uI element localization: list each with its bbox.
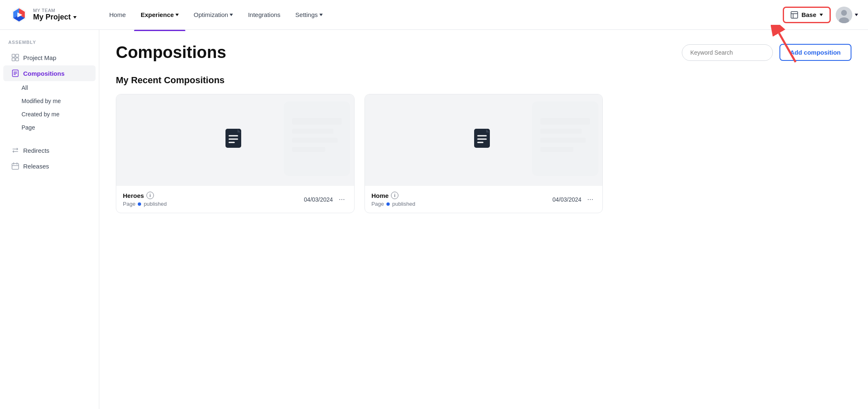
header-right: Base — [783, 7, 858, 23]
card-bg-icon — [280, 97, 354, 185]
svg-rect-16 — [16, 58, 19, 61]
logo-icon — [10, 6, 28, 24]
nav-experience[interactable]: Experience — [134, 8, 185, 22]
sidebar-sub-created[interactable]: Created by me — [3, 108, 96, 121]
heroes-info-icon[interactable]: i — [146, 192, 154, 199]
card-preview-home — [365, 94, 603, 185]
sidebar-item-releases[interactable]: Releases — [3, 158, 96, 174]
svg-rect-15 — [12, 58, 15, 61]
header: MY TEAM My Project Home Experience Optim… — [0, 0, 868, 30]
sidebar-item-compositions[interactable]: Compositions — [3, 65, 96, 81]
avatar-area[interactable] — [836, 7, 858, 23]
page-header: Compositions Add composition — [116, 43, 851, 62]
app-layout: ASSEMBLY Project Map Compositions All — [0, 30, 868, 409]
composition-card-heroes[interactable]: Heroes i Page published 04/03/2024 ··· — [116, 94, 355, 213]
sidebar-item-redirects[interactable]: Redirects — [3, 142, 96, 158]
project-name[interactable]: My Project — [33, 13, 77, 22]
sidebar-sub-all[interactable]: All — [3, 81, 96, 94]
card-info-home: Home i Page published — [372, 192, 415, 207]
svg-rect-39 — [540, 129, 582, 134]
svg-point-10 — [841, 10, 847, 16]
team-label: MY TEAM — [33, 8, 77, 13]
composition-card-home[interactable]: Home i Page published 04/03/2024 ··· — [364, 94, 603, 213]
card-date-home: 04/03/2024 ··· — [552, 194, 596, 204]
project-chevron — [73, 16, 77, 19]
optimization-chevron — [230, 14, 233, 16]
nav-integrations[interactable]: Integrations — [241, 8, 287, 22]
logo-area: MY TEAM My Project — [10, 6, 93, 24]
svg-rect-30 — [292, 138, 338, 143]
svg-rect-41 — [540, 147, 573, 152]
sidebar-sub-page[interactable]: Page — [3, 121, 96, 134]
env-button[interactable]: Base — [783, 7, 831, 23]
main-content: Compositions Add composition My Recent C… — [99, 30, 868, 409]
card-bg-icon-home — [528, 97, 602, 185]
section-title: My Recent Compositions — [116, 75, 851, 86]
svg-rect-21 — [12, 164, 19, 169]
card-name-heroes: Heroes i — [123, 192, 167, 199]
card-info-heroes: Heroes i Page published — [123, 192, 167, 207]
compositions-icon — [12, 70, 19, 77]
svg-rect-31 — [292, 147, 325, 152]
card-doc-icon-home — [471, 128, 496, 152]
card-meta-heroes: Page published — [123, 201, 167, 207]
card-meta-home: Page published — [372, 201, 415, 207]
card-name-home: Home i — [372, 192, 415, 199]
home-more-button[interactable]: ··· — [585, 194, 596, 204]
project-map-icon — [12, 54, 19, 61]
card-date-heroes: 04/03/2024 ··· — [304, 194, 348, 204]
card-footer-home: Home i Page published 04/03/2024 ··· — [365, 185, 603, 213]
svg-rect-6 — [791, 12, 798, 18]
card-preview-heroes — [116, 94, 354, 185]
settings-chevron — [319, 14, 323, 16]
add-composition-button[interactable]: Add composition — [779, 44, 852, 61]
sidebar: ASSEMBLY Project Map Compositions All — [0, 30, 99, 409]
svg-rect-29 — [292, 129, 333, 134]
svg-rect-28 — [292, 118, 342, 125]
releases-icon — [12, 162, 19, 170]
logo-text: MY TEAM My Project — [33, 8, 77, 22]
nav-optimization[interactable]: Optimization — [187, 8, 240, 22]
heroes-more-button[interactable]: ··· — [336, 194, 348, 204]
svg-rect-38 — [540, 118, 590, 125]
main-nav: Home Experience Optimization Integration… — [93, 8, 783, 22]
sidebar-section-label: ASSEMBLY — [0, 40, 99, 50]
redirects-icon — [12, 147, 19, 154]
nav-settings[interactable]: Settings — [289, 8, 329, 22]
search-input[interactable] — [691, 49, 763, 56]
card-footer-heroes: Heroes i Page published 04/03/2024 ··· — [116, 185, 354, 213]
env-icon — [791, 11, 798, 19]
avatar-chevron — [855, 14, 858, 16]
compositions-grid: Heroes i Page published 04/03/2024 ··· — [116, 94, 851, 213]
search-box[interactable] — [682, 44, 773, 61]
card-doc-icon-heroes — [223, 128, 247, 152]
experience-chevron — [175, 14, 179, 16]
svg-rect-40 — [540, 138, 586, 143]
page-header-right: Add composition — [682, 44, 852, 61]
nav-home[interactable]: Home — [103, 8, 132, 22]
home-status-dot — [386, 202, 390, 206]
env-chevron — [820, 14, 823, 16]
sidebar-sub-modified[interactable]: Modified by me — [3, 94, 96, 108]
sidebar-item-project-map[interactable]: Project Map — [3, 50, 96, 65]
page-title: Compositions — [116, 43, 226, 62]
home-info-icon[interactable]: i — [391, 192, 398, 199]
svg-rect-13 — [12, 54, 15, 57]
svg-rect-14 — [16, 54, 19, 57]
avatar — [836, 7, 852, 23]
heroes-status-dot — [138, 202, 141, 206]
